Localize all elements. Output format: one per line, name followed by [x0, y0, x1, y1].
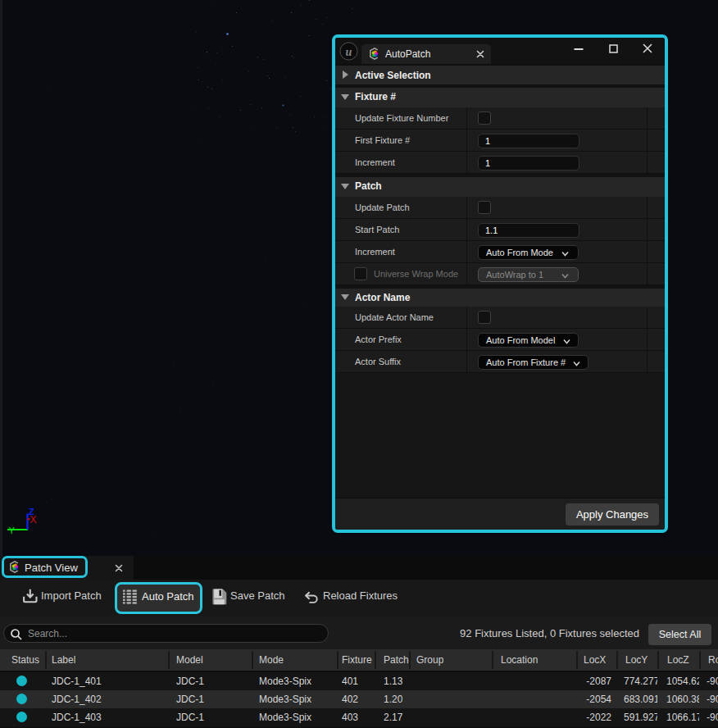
svg-text:u: u [346, 46, 352, 58]
svg-text:Y: Y [9, 526, 16, 535]
svg-text:X: X [30, 514, 37, 526]
